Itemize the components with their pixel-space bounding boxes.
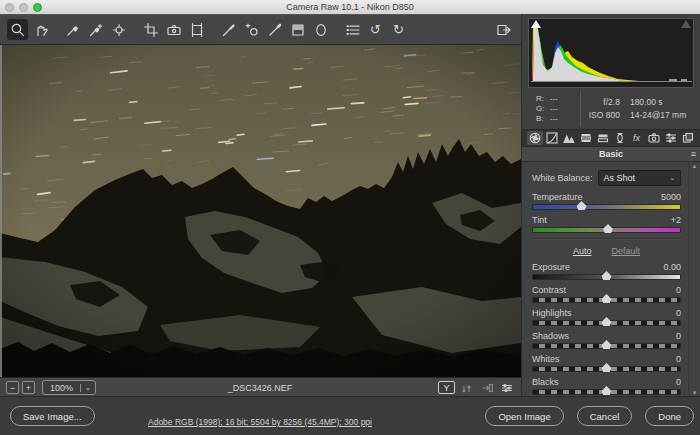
rotate-right-icon: ↻ (393, 23, 404, 36)
gradient-square-icon (290, 22, 305, 37)
shadow-clipping-warning[interactable] (531, 20, 541, 28)
image-preview-canvas[interactable] (0, 45, 521, 377)
rgb-readout: R:--- G:--- B:--- (528, 91, 581, 126)
eyedropper-icon (65, 22, 80, 37)
red-eye-tool-button[interactable] (241, 19, 262, 40)
copy-arrow-icon (481, 383, 493, 393)
tab-detail[interactable] (561, 131, 577, 145)
red-eye-icon (244, 22, 259, 37)
slider-thumb[interactable] (602, 363, 612, 372)
slider-thumb[interactable] (603, 224, 613, 233)
tab-snapshots[interactable] (680, 131, 696, 145)
slider-thumb[interactable] (602, 317, 612, 326)
white-balance-tool-button[interactable] (62, 19, 83, 40)
zoom-in-button[interactable]: + (22, 381, 35, 394)
workflow-options-link[interactable]: Adobe RGB (1998); 16 bit; 5504 by 8256 (… (148, 417, 372, 427)
sharpen-triangles-icon (563, 132, 575, 144)
blacks-slider-track[interactable] (532, 389, 681, 395)
tab-lens-corrections[interactable] (612, 131, 628, 145)
slider-thumb[interactable] (602, 340, 612, 349)
shadows-label: Shadows (532, 331, 569, 341)
white-balance-select[interactable]: As Shot ⌄ (598, 170, 681, 186)
g-label: G: (536, 104, 550, 113)
r-value: --- (550, 94, 558, 103)
brush-icon (267, 22, 282, 37)
panel-scrollbar[interactable]: ▲ ▼ (688, 162, 700, 397)
chevron-down-icon: ⌄ (80, 384, 95, 392)
temperature-slider-track[interactable] (532, 204, 681, 210)
default-link[interactable]: Default (611, 246, 640, 256)
slider-shadows: Shadows 0 (532, 331, 681, 349)
exposure-value: 0.00 (663, 262, 681, 272)
preview-preferences-button[interactable] (498, 381, 515, 394)
highlights-slider-track[interactable] (532, 320, 681, 326)
slider-thumb[interactable] (602, 294, 612, 303)
straighten-tool-button[interactable] (163, 19, 184, 40)
targeted-adjustment-tool-button[interactable] (108, 19, 129, 40)
tint-slider-track[interactable] (532, 227, 681, 233)
camera-raw-window: Camera Raw 10.1 - Nikon D850 (0, 0, 700, 435)
toggle-fullscreen-button[interactable] (493, 19, 514, 40)
auto-default-row: AutoDefault (532, 246, 681, 256)
zoom-out-button[interactable]: − (6, 381, 19, 394)
rotate-left-tool-button[interactable]: ↺ (365, 19, 386, 40)
spot-removal-tool-button[interactable] (218, 19, 239, 40)
panel-menu-icon[interactable]: ≡ (691, 149, 696, 159)
shadows-slider-track[interactable] (532, 343, 681, 349)
photo-star-trails-mountains (0, 45, 521, 377)
tint-value: +2 (671, 215, 681, 225)
tab-basic[interactable] (527, 131, 543, 145)
hand-tool-button[interactable] (30, 19, 51, 40)
rotate-right-tool-button[interactable]: ↻ (388, 19, 409, 40)
open-image-button[interactable]: Open Image (485, 406, 563, 426)
swap-before-after-button[interactable] (458, 381, 475, 394)
transform-tool-button[interactable] (186, 19, 207, 40)
shadows-value: 0 (676, 331, 681, 341)
contrast-slider-track[interactable] (532, 297, 681, 303)
chevron-down-icon: ⌄ (669, 174, 675, 182)
whites-label: Whites (532, 354, 560, 364)
slider-thumb[interactable] (577, 201, 587, 210)
slider-temperature: Temperature 5000 (532, 192, 681, 210)
auto-link[interactable]: Auto (573, 246, 592, 256)
zoom-level-dropdown[interactable]: 100% ⌄ (42, 380, 96, 395)
graduated-filter-tool-button[interactable] (287, 19, 308, 40)
tab-split-toning[interactable] (595, 131, 611, 145)
histogram (528, 18, 694, 88)
radial-filter-tool-button[interactable] (310, 19, 331, 40)
panel-tabs: fx (522, 129, 700, 147)
list-icon (345, 22, 360, 37)
slider-exposure: Exposure 0.00 (532, 262, 681, 280)
histogram-plot (529, 19, 694, 85)
crop-tool-button[interactable] (140, 19, 161, 40)
tab-hsl-grayscale[interactable] (578, 131, 594, 145)
white-balance-value: As Shot (604, 173, 636, 183)
panel-scroll-area: ▲ ▼ White Balance: As Shot ⌄ Temperature… (522, 162, 700, 397)
copy-settings-button[interactable] (478, 381, 495, 394)
window-title: Camera Raw 10.1 - Nikon D850 (0, 0, 700, 14)
contrast-label: Contrast (532, 285, 566, 295)
tab-camera-calibration[interactable] (646, 131, 662, 145)
tab-presets[interactable] (663, 131, 679, 145)
white-balance-label: White Balance: (532, 173, 593, 183)
done-button[interactable]: Done (645, 406, 694, 426)
slider-thumb[interactable] (602, 271, 612, 280)
color-sampler-tool-button[interactable] (85, 19, 106, 40)
b-value: --- (550, 114, 558, 123)
slider-thumb[interactable] (602, 386, 612, 395)
fx-icon: fx (633, 133, 640, 143)
exposure-slider-track[interactable] (532, 274, 681, 280)
tab-tone-curve[interactable] (544, 131, 560, 145)
before-after-toggle-button[interactable]: Y (438, 381, 455, 394)
scroll-up-arrow[interactable]: ▲ (692, 162, 698, 170)
adjustment-brush-tool-button[interactable] (264, 19, 285, 40)
camera-icon (648, 132, 660, 144)
tab-effects[interactable]: fx (629, 131, 645, 145)
zoom-tool-button[interactable] (7, 19, 28, 40)
whites-value: 0 (676, 354, 681, 364)
preferences-tool-button[interactable] (342, 19, 363, 40)
magnifier-icon (10, 22, 25, 37)
whites-slider-track[interactable] (532, 366, 681, 372)
highlight-clipping-warning[interactable] (681, 20, 691, 28)
cancel-button[interactable]: Cancel (577, 406, 633, 426)
